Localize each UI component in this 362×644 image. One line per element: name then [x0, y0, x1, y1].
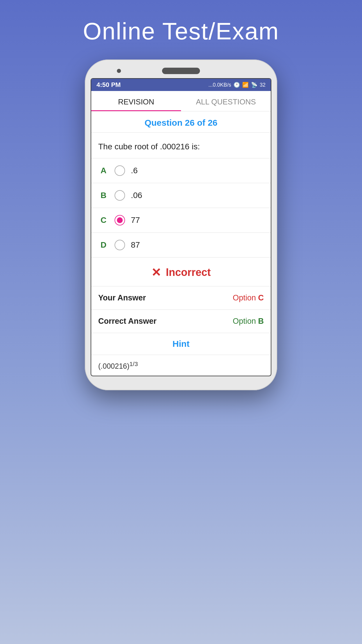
signal-icon: 📶 [242, 82, 249, 88]
page-title: Online Test/Exam [83, 18, 279, 45]
your-answer-label: Your Answer [98, 293, 146, 302]
phone-screen: 4:50 PM ...0.0KB/s 🕐 📶 📡 32 REVISION ALL… [91, 78, 271, 376]
correct-answer-letter: B [258, 317, 264, 326]
hint-label[interactable]: Hint [173, 339, 189, 349]
option-row-b[interactable]: B .06 [91, 183, 271, 208]
question-number: Question 26 of 26 [145, 118, 217, 127]
hint-formula: (.000216)1/3 [98, 362, 138, 370]
correct-answer-row: Correct Answer Option B [91, 310, 271, 333]
status-time: 4:50 PM [96, 81, 121, 89]
radio-inner-c [117, 217, 123, 223]
tab-revision[interactable]: REVISION [91, 91, 181, 111]
radio-c[interactable] [115, 215, 125, 225]
your-answer-letter: C [258, 293, 264, 302]
clock-icon: 🕐 [233, 82, 240, 88]
radio-d[interactable] [115, 240, 125, 250]
tabs-container: REVISION ALL QUESTIONS [91, 91, 271, 111]
correct-answer-value: Option B [233, 317, 264, 326]
question-header: Question 26 of 26 [91, 111, 271, 133]
option-letter-a: A [98, 166, 109, 175]
status-right: ...0.0KB/s 🕐 📶 📡 32 [208, 82, 266, 88]
option-row-d[interactable]: D 87 [91, 233, 271, 258]
battery-icon: 32 [260, 82, 266, 88]
status-bar: 4:50 PM ...0.0KB/s 🕐 📶 📡 32 [91, 79, 271, 91]
option-text-c: 77 [131, 216, 140, 225]
your-answer-value: Option C [233, 293, 264, 302]
option-letter-c: C [98, 216, 109, 225]
option-text-d: 87 [131, 240, 140, 250]
option-letter-b: B [98, 191, 109, 200]
hint-row[interactable]: Hint [91, 333, 271, 355]
option-row-c[interactable]: C 77 [91, 208, 271, 233]
your-answer-row: Your Answer Option C [91, 286, 271, 310]
radio-a[interactable] [115, 165, 125, 176]
network-speed: ...0.0KB/s [208, 82, 231, 88]
incorrect-icon: ✕ [151, 266, 161, 279]
option-letter-d: D [98, 240, 109, 250]
phone-speaker [162, 68, 200, 74]
option-text-a: .6 [131, 166, 138, 175]
phone-camera [117, 69, 121, 73]
correct-answer-label: Correct Answer [98, 317, 157, 326]
phone-top-bar [91, 68, 271, 74]
incorrect-text: Incorrect [166, 266, 211, 279]
tab-all-questions[interactable]: ALL QUESTIONS [181, 91, 271, 111]
option-text-b: .06 [131, 191, 142, 200]
question-text: The cube root of .000216 is: [91, 133, 271, 158]
hint-content: (.000216)1/3 [91, 355, 271, 375]
result-section: ✕ Incorrect [91, 258, 271, 286]
phone-bottom [91, 376, 271, 382]
option-row-a[interactable]: A .6 [91, 158, 271, 183]
wifi-icon: 📡 [251, 82, 257, 88]
radio-b[interactable] [115, 190, 125, 201]
phone-shell: 4:50 PM ...0.0KB/s 🕐 📶 📡 32 REVISION ALL… [85, 60, 277, 390]
